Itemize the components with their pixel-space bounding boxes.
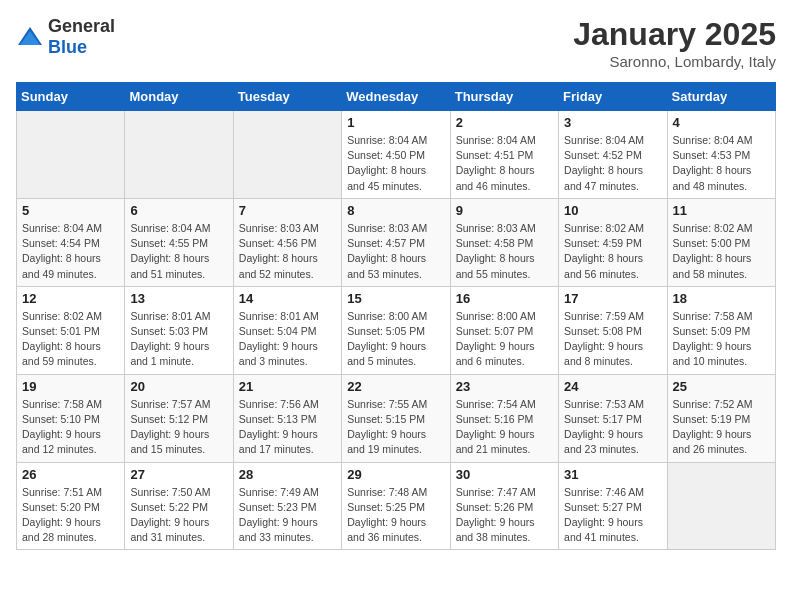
page-header: General Blue January 2025 Saronno, Lomba… bbox=[16, 16, 776, 70]
day-number: 26 bbox=[22, 467, 119, 482]
day-info: Sunrise: 8:04 AMSunset: 4:52 PMDaylight:… bbox=[564, 133, 661, 194]
day-number: 6 bbox=[130, 203, 227, 218]
day-number: 28 bbox=[239, 467, 336, 482]
day-info: Sunrise: 8:00 AMSunset: 5:05 PMDaylight:… bbox=[347, 309, 444, 370]
day-number: 11 bbox=[673, 203, 770, 218]
calendar-cell: 24Sunrise: 7:53 AMSunset: 5:17 PMDayligh… bbox=[559, 374, 667, 462]
calendar-week-3: 12Sunrise: 8:02 AMSunset: 5:01 PMDayligh… bbox=[17, 286, 776, 374]
day-number: 13 bbox=[130, 291, 227, 306]
day-info: Sunrise: 8:02 AMSunset: 5:00 PMDaylight:… bbox=[673, 221, 770, 282]
calendar-cell: 13Sunrise: 8:01 AMSunset: 5:03 PMDayligh… bbox=[125, 286, 233, 374]
calendar-cell: 28Sunrise: 7:49 AMSunset: 5:23 PMDayligh… bbox=[233, 462, 341, 550]
day-info: Sunrise: 7:55 AMSunset: 5:15 PMDaylight:… bbox=[347, 397, 444, 458]
day-number: 2 bbox=[456, 115, 553, 130]
day-info: Sunrise: 8:04 AMSunset: 4:50 PMDaylight:… bbox=[347, 133, 444, 194]
calendar-cell: 8Sunrise: 8:03 AMSunset: 4:57 PMDaylight… bbox=[342, 198, 450, 286]
day-info: Sunrise: 7:54 AMSunset: 5:16 PMDaylight:… bbox=[456, 397, 553, 458]
calendar-cell: 25Sunrise: 7:52 AMSunset: 5:19 PMDayligh… bbox=[667, 374, 775, 462]
calendar-cell: 11Sunrise: 8:02 AMSunset: 5:00 PMDayligh… bbox=[667, 198, 775, 286]
day-info: Sunrise: 7:58 AMSunset: 5:10 PMDaylight:… bbox=[22, 397, 119, 458]
day-info: Sunrise: 8:04 AMSunset: 4:54 PMDaylight:… bbox=[22, 221, 119, 282]
day-info: Sunrise: 7:53 AMSunset: 5:17 PMDaylight:… bbox=[564, 397, 661, 458]
calendar-cell: 2Sunrise: 8:04 AMSunset: 4:51 PMDaylight… bbox=[450, 111, 558, 199]
weekday-header-sunday: Sunday bbox=[17, 83, 125, 111]
day-info: Sunrise: 7:51 AMSunset: 5:20 PMDaylight:… bbox=[22, 485, 119, 546]
day-info: Sunrise: 8:02 AMSunset: 5:01 PMDaylight:… bbox=[22, 309, 119, 370]
day-info: Sunrise: 7:52 AMSunset: 5:19 PMDaylight:… bbox=[673, 397, 770, 458]
day-number: 1 bbox=[347, 115, 444, 130]
calendar-cell: 6Sunrise: 8:04 AMSunset: 4:55 PMDaylight… bbox=[125, 198, 233, 286]
day-info: Sunrise: 8:04 AMSunset: 4:55 PMDaylight:… bbox=[130, 221, 227, 282]
calendar-cell: 31Sunrise: 7:46 AMSunset: 5:27 PMDayligh… bbox=[559, 462, 667, 550]
logo-blue: Blue bbox=[48, 37, 87, 57]
calendar-cell: 1Sunrise: 8:04 AMSunset: 4:50 PMDaylight… bbox=[342, 111, 450, 199]
weekday-header-tuesday: Tuesday bbox=[233, 83, 341, 111]
calendar-week-4: 19Sunrise: 7:58 AMSunset: 5:10 PMDayligh… bbox=[17, 374, 776, 462]
logo-wordmark: General Blue bbox=[48, 16, 115, 58]
calendar-cell bbox=[17, 111, 125, 199]
calendar-cell: 20Sunrise: 7:57 AMSunset: 5:12 PMDayligh… bbox=[125, 374, 233, 462]
calendar-week-1: 1Sunrise: 8:04 AMSunset: 4:50 PMDaylight… bbox=[17, 111, 776, 199]
day-number: 29 bbox=[347, 467, 444, 482]
day-number: 14 bbox=[239, 291, 336, 306]
calendar-cell: 23Sunrise: 7:54 AMSunset: 5:16 PMDayligh… bbox=[450, 374, 558, 462]
day-number: 22 bbox=[347, 379, 444, 394]
title-area: January 2025 Saronno, Lombardy, Italy bbox=[573, 16, 776, 70]
day-number: 8 bbox=[347, 203, 444, 218]
calendar-cell: 17Sunrise: 7:59 AMSunset: 5:08 PMDayligh… bbox=[559, 286, 667, 374]
calendar-table: SundayMondayTuesdayWednesdayThursdayFrid… bbox=[16, 82, 776, 550]
day-number: 31 bbox=[564, 467, 661, 482]
day-info: Sunrise: 7:57 AMSunset: 5:12 PMDaylight:… bbox=[130, 397, 227, 458]
day-number: 18 bbox=[673, 291, 770, 306]
calendar-cell: 18Sunrise: 7:58 AMSunset: 5:09 PMDayligh… bbox=[667, 286, 775, 374]
day-info: Sunrise: 8:01 AMSunset: 5:03 PMDaylight:… bbox=[130, 309, 227, 370]
day-number: 21 bbox=[239, 379, 336, 394]
calendar-cell: 9Sunrise: 8:03 AMSunset: 4:58 PMDaylight… bbox=[450, 198, 558, 286]
day-info: Sunrise: 7:47 AMSunset: 5:26 PMDaylight:… bbox=[456, 485, 553, 546]
month-title: January 2025 bbox=[573, 16, 776, 53]
calendar-cell: 27Sunrise: 7:50 AMSunset: 5:22 PMDayligh… bbox=[125, 462, 233, 550]
day-number: 24 bbox=[564, 379, 661, 394]
day-number: 4 bbox=[673, 115, 770, 130]
day-number: 7 bbox=[239, 203, 336, 218]
day-info: Sunrise: 7:58 AMSunset: 5:09 PMDaylight:… bbox=[673, 309, 770, 370]
calendar-cell: 16Sunrise: 8:00 AMSunset: 5:07 PMDayligh… bbox=[450, 286, 558, 374]
calendar-cell: 7Sunrise: 8:03 AMSunset: 4:56 PMDaylight… bbox=[233, 198, 341, 286]
weekday-header-saturday: Saturday bbox=[667, 83, 775, 111]
day-info: Sunrise: 8:02 AMSunset: 4:59 PMDaylight:… bbox=[564, 221, 661, 282]
day-info: Sunrise: 7:59 AMSunset: 5:08 PMDaylight:… bbox=[564, 309, 661, 370]
logo-icon bbox=[16, 25, 44, 49]
calendar-cell: 3Sunrise: 8:04 AMSunset: 4:52 PMDaylight… bbox=[559, 111, 667, 199]
day-number: 3 bbox=[564, 115, 661, 130]
calendar-cell: 5Sunrise: 8:04 AMSunset: 4:54 PMDaylight… bbox=[17, 198, 125, 286]
calendar-week-2: 5Sunrise: 8:04 AMSunset: 4:54 PMDaylight… bbox=[17, 198, 776, 286]
weekday-header-wednesday: Wednesday bbox=[342, 83, 450, 111]
calendar-cell: 12Sunrise: 8:02 AMSunset: 5:01 PMDayligh… bbox=[17, 286, 125, 374]
calendar-cell: 30Sunrise: 7:47 AMSunset: 5:26 PMDayligh… bbox=[450, 462, 558, 550]
day-info: Sunrise: 7:48 AMSunset: 5:25 PMDaylight:… bbox=[347, 485, 444, 546]
day-number: 12 bbox=[22, 291, 119, 306]
day-info: Sunrise: 7:56 AMSunset: 5:13 PMDaylight:… bbox=[239, 397, 336, 458]
logo: General Blue bbox=[16, 16, 115, 58]
calendar-cell bbox=[233, 111, 341, 199]
calendar-cell: 4Sunrise: 8:04 AMSunset: 4:53 PMDaylight… bbox=[667, 111, 775, 199]
day-info: Sunrise: 7:46 AMSunset: 5:27 PMDaylight:… bbox=[564, 485, 661, 546]
weekday-header-row: SundayMondayTuesdayWednesdayThursdayFrid… bbox=[17, 83, 776, 111]
calendar-cell: 21Sunrise: 7:56 AMSunset: 5:13 PMDayligh… bbox=[233, 374, 341, 462]
day-info: Sunrise: 8:04 AMSunset: 4:51 PMDaylight:… bbox=[456, 133, 553, 194]
weekday-header-monday: Monday bbox=[125, 83, 233, 111]
weekday-header-thursday: Thursday bbox=[450, 83, 558, 111]
day-info: Sunrise: 8:03 AMSunset: 4:58 PMDaylight:… bbox=[456, 221, 553, 282]
day-info: Sunrise: 8:03 AMSunset: 4:57 PMDaylight:… bbox=[347, 221, 444, 282]
calendar-cell: 14Sunrise: 8:01 AMSunset: 5:04 PMDayligh… bbox=[233, 286, 341, 374]
calendar-cell bbox=[125, 111, 233, 199]
logo-general: General bbox=[48, 16, 115, 36]
weekday-header-friday: Friday bbox=[559, 83, 667, 111]
day-number: 17 bbox=[564, 291, 661, 306]
day-number: 9 bbox=[456, 203, 553, 218]
day-number: 27 bbox=[130, 467, 227, 482]
day-info: Sunrise: 8:04 AMSunset: 4:53 PMDaylight:… bbox=[673, 133, 770, 194]
day-number: 30 bbox=[456, 467, 553, 482]
day-info: Sunrise: 8:01 AMSunset: 5:04 PMDaylight:… bbox=[239, 309, 336, 370]
day-number: 23 bbox=[456, 379, 553, 394]
